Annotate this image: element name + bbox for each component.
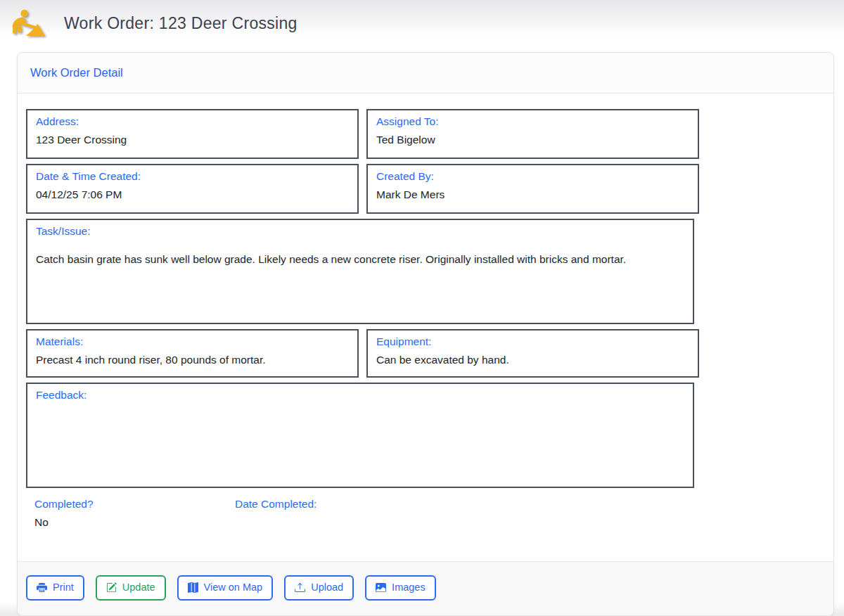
field-feedback: Feedback: [26,383,694,488]
update-button-label: Update [122,580,155,594]
address-label: Address: [36,115,349,128]
assigned-to-label: Assigned To: [376,115,689,128]
task-issue-label: Task/Issue: [36,225,684,238]
completed-row: Completed? No Date Completed: [34,498,699,529]
view-on-map-button[interactable]: View on Map [177,575,274,600]
equipment-value: Can be excavated by hand. [376,351,689,369]
pencil-square-icon [106,582,117,593]
work-order-card: Work Order Detail Address: 123 Deer Cros… [17,52,834,616]
date-created-label: Date & Time Created: [36,170,349,183]
created-by-label: Created By: [376,170,689,183]
task-issue-value: Catch basin grate has sunk well below gr… [36,250,669,269]
field-address: Address: 123 Deer Crossing [26,109,359,159]
card-header-title: Work Order Detail [18,53,833,94]
page-header: Work Order: 123 Deer Crossing [0,0,844,46]
upload-button-label: Upload [311,580,343,594]
map-icon [188,582,198,593]
field-task-issue: Task/Issue: Catch basin grate has sunk w… [26,219,694,324]
materials-value: Precast 4 inch round riser, 80 pounds of… [36,351,349,369]
date-created-value: 04/12/25 7:06 PM [36,186,349,204]
assigned-to-value: Ted Bigelow [376,131,689,149]
page-title: Work Order: 123 Deer Crossing [64,14,298,33]
created-by-value: Mark De Mers [376,186,689,204]
images-button[interactable]: Images [365,575,436,600]
field-materials: Materials: Precast 4 inch round riser, 8… [26,329,359,378]
image-icon [376,582,386,593]
printer-icon [37,582,47,593]
field-assigned-to: Assigned To: Ted Bigelow [366,109,699,159]
completed-label: Completed? [34,498,235,511]
print-button-label: Print [53,580,74,594]
card-body: Address: 123 Deer Crossing Assigned To: … [18,94,833,561]
upload-icon [295,582,305,593]
address-value: 123 Deer Crossing [36,131,349,149]
construction-worker-icon [11,7,46,39]
card-footer: Print Update View on Map Upload [18,561,833,615]
feedback-label: Feedback: [36,389,684,402]
images-button-label: Images [392,580,426,594]
field-created-by: Created By: Mark De Mers [366,164,699,214]
completed-value: No [34,516,235,529]
print-button[interactable]: Print [26,575,84,600]
view-on-map-button-label: View on Map [204,580,263,594]
field-date-created: Date & Time Created: 04/12/25 7:06 PM [26,164,359,214]
equipment-label: Equipment: [376,335,689,348]
update-button[interactable]: Update [96,575,166,600]
upload-button[interactable]: Upload [284,575,354,600]
field-equipment: Equipment: Can be excavated by hand. [366,329,699,378]
date-completed-label: Date Completed: [235,498,316,511]
materials-label: Materials: [36,335,349,348]
